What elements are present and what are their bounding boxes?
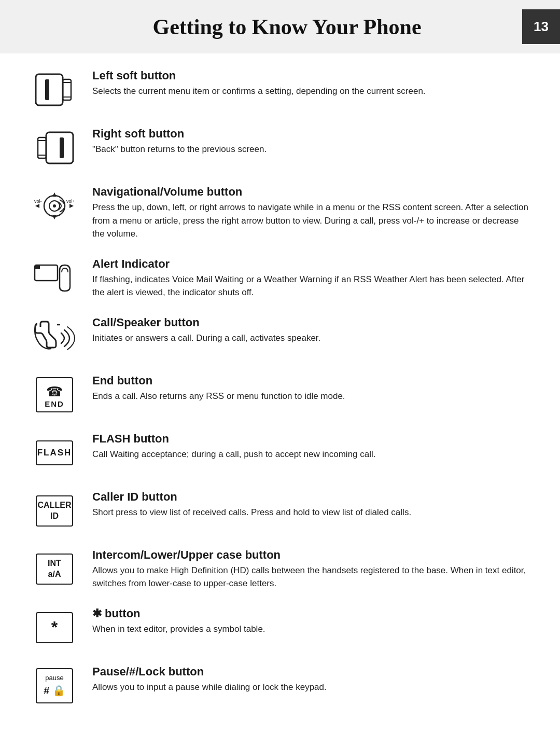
pause-line2: # 🔒: [44, 684, 65, 697]
caller-line1: CALLER: [38, 500, 72, 511]
pause-text: Pause/#/Lock button Allows you to input …: [92, 665, 529, 694]
nav-volume-title: Navigational/Volume button: [92, 185, 529, 199]
caller-id-title: Caller ID button: [92, 490, 529, 504]
alert-indicator-icon: [31, 257, 78, 299]
call-speaker-desc: Initiates or answers a call. During a ca…: [92, 331, 529, 345]
flash-button-icon: FLASH: [31, 432, 78, 474]
intercom-text: Intercom/Lower/Upper case button Allows …: [92, 548, 529, 590]
left-soft-title: Left soft button: [92, 69, 529, 82]
flash-desc: Call Waiting acceptance; during a call, …: [92, 448, 529, 461]
right-soft-title: Right soft button: [92, 127, 529, 141]
pause-title: Pause/#/Lock button: [92, 665, 529, 679]
svg-text:vol+: vol+: [66, 199, 75, 204]
svg-marker-14: [35, 204, 39, 208]
pause-desc: Allows you to input a pause while dialin…: [92, 681, 529, 694]
flash-label: FLASH: [37, 448, 72, 458]
list-item: Right soft button "Back" button returns …: [31, 127, 529, 169]
end-title: End button: [92, 374, 529, 388]
flash-text: FLASH button Call Waiting acceptance; du…: [92, 432, 529, 461]
svg-rect-9: [60, 137, 64, 158]
list-item: Call/Speaker button Initiates or answers…: [31, 316, 529, 357]
right-soft-desc: "Back" button returns to the previous sc…: [92, 143, 529, 156]
end-label: END: [45, 399, 64, 408]
list-item: * ✱ button When in text editor, provides…: [31, 607, 529, 648]
nav-volume-text: Navigational/Volume button Press the up,…: [92, 185, 529, 241]
right-soft-button-icon: [31, 127, 78, 169]
caller-id-text: Caller ID button Short press to view lis…: [92, 490, 529, 519]
list-item: pause # 🔒 Pause/#/Lock button Allows you…: [31, 665, 529, 707]
call-speaker-title: Call/Speaker button: [92, 316, 529, 329]
pause-button-icon: pause # 🔒: [31, 665, 78, 707]
caller-id-button-icon: CALLER ID: [31, 490, 78, 532]
right-soft-text: Right soft button "Back" button returns …: [92, 127, 529, 156]
list-item: Left soft button Selects the current men…: [31, 69, 529, 110]
end-text: End button Ends a call. Also returns any…: [92, 374, 529, 403]
end-phone-icon: ☎: [46, 385, 63, 398]
end-desc: Ends a call. Also returns any RSS or men…: [92, 390, 529, 403]
nav-volume-desc: Press the up, down, left, or right arrow…: [92, 201, 529, 241]
main-content: Left soft button Selects the current men…: [0, 69, 560, 744]
svg-point-18: [53, 204, 56, 208]
end-button-icon: ☎ END: [31, 374, 78, 416]
list-item: INT a/A Intercom/Lower/Upper case button…: [31, 548, 529, 590]
page-number: 13: [522, 9, 560, 44]
intercom-title: Intercom/Lower/Upper case button: [92, 548, 529, 562]
star-text: ✱ button When in text editor, provides a…: [92, 607, 529, 636]
svg-text:vol-: vol-: [34, 199, 42, 204]
int-line1: INT: [48, 558, 61, 569]
call-speaker-text: Call/Speaker button Initiates or answers…: [92, 316, 529, 345]
alert-desc: If flashing, indicates Voice Mail Waitin…: [92, 273, 529, 299]
intercom-desc: Allows you to make High Definition (HD) …: [92, 564, 529, 590]
list-item: vol- vol+ Navigational/Volume button Pre…: [31, 185, 529, 241]
flash-title: FLASH button: [92, 432, 529, 446]
call-speaker-icon: [31, 316, 78, 357]
svg-rect-20: [35, 265, 40, 269]
left-soft-button-icon: [31, 69, 78, 110]
left-soft-text: Left soft button Selects the current men…: [92, 69, 529, 98]
svg-marker-13: [52, 215, 57, 219]
left-soft-desc: Selects the current menu item or confirm…: [92, 85, 529, 98]
alert-text: Alert Indicator If flashing, indicates V…: [92, 257, 529, 299]
navigational-volume-icon: vol- vol+: [31, 185, 78, 227]
int-line2: a/A: [48, 569, 61, 580]
star-label: *: [51, 618, 58, 637]
svg-rect-4: [45, 79, 49, 100]
page-title: Getting to Know Your Phone: [21, 15, 522, 39]
caller-line2: ID: [50, 511, 59, 522]
intercom-button-icon: INT a/A: [31, 548, 78, 590]
svg-marker-12: [52, 192, 57, 197]
star-desc: When in text editor, provides a symbol t…: [92, 622, 529, 636]
list-item: CALLER ID Caller ID button Short press t…: [31, 490, 529, 532]
svg-marker-15: [69, 204, 74, 208]
list-item: Alert Indicator If flashing, indicates V…: [31, 257, 529, 299]
pause-line1: pause: [45, 674, 63, 683]
caller-id-desc: Short press to view list of received cal…: [92, 506, 529, 519]
list-item: ☎ END End button Ends a call. Also retur…: [31, 374, 529, 416]
alert-title: Alert Indicator: [92, 257, 529, 271]
star-button-icon: *: [31, 607, 78, 648]
star-title: ✱ button: [92, 607, 529, 620]
page-header: Getting to Know Your Phone 13: [0, 0, 560, 53]
list-item: FLASH FLASH button Call Waiting acceptan…: [31, 432, 529, 474]
